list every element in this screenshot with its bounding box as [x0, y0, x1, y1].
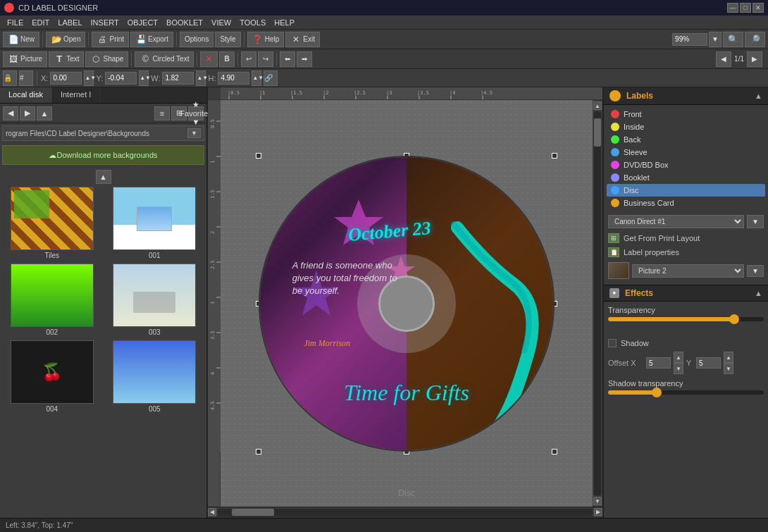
- text-button[interactable]: T Text: [49, 51, 84, 67]
- thumb-001[interactable]: 001: [106, 187, 204, 259]
- next-page-button[interactable]: ▶: [747, 51, 762, 67]
- effects-collapse[interactable]: ▲: [755, 289, 762, 297]
- zoom-in-button[interactable]: 🔎: [745, 32, 765, 47]
- thumb-004[interactable]: 🍒 004: [3, 340, 101, 413]
- zoom-out-button[interactable]: 🔍: [723, 32, 743, 47]
- label-item-front[interactable]: Front: [607, 108, 765, 120]
- shadow-thumb[interactable]: [652, 388, 662, 397]
- tab-local-disk[interactable]: Local disk: [0, 87, 52, 103]
- thumb-002[interactable]: 002: [3, 264, 101, 336]
- printer-dropdown[interactable]: ▼: [747, 215, 764, 228]
- redo-button[interactable]: ↪: [258, 51, 273, 67]
- label-item-disc[interactable]: Disc: [607, 184, 765, 197]
- label-properties-row[interactable]: 📋 Label properties: [604, 245, 768, 259]
- hscroll-left-btn[interactable]: ◀: [208, 508, 216, 516]
- offset-x-down[interactable]: ▼: [674, 363, 683, 374]
- favorites-button[interactable]: ★ Favorites ▼: [188, 106, 204, 120]
- canvas-content[interactable]: October 23 A friend is someone who gives…: [221, 100, 593, 507]
- vscroll-thumb[interactable]: [594, 118, 601, 147]
- export-button[interactable]: 💾 Export: [130, 32, 173, 47]
- scroll-down-btn[interactable]: ▼: [593, 497, 602, 505]
- y-spin[interactable]: ▲▼: [139, 70, 149, 86]
- options-button[interactable]: Options: [180, 32, 213, 47]
- new-button[interactable]: 📄 New: [3, 32, 39, 47]
- x-spin[interactable]: ▲▼: [84, 70, 94, 86]
- picture-dropdown[interactable]: ▼: [747, 265, 764, 277]
- sleeve-dot: [611, 148, 619, 156]
- nav-up-button[interactable]: ▲: [37, 106, 52, 120]
- nav-back-button[interactable]: ◀: [3, 106, 18, 120]
- prev-page-button[interactable]: ◀: [716, 51, 731, 67]
- menu-object[interactable]: OBJECT: [123, 17, 162, 28]
- scroll-up-btn[interactable]: ▲: [593, 101, 602, 110]
- menu-insert[interactable]: INSERT: [87, 17, 123, 28]
- align-left-button[interactable]: ⬅: [280, 51, 295, 67]
- h-spin[interactable]: ▲▼: [252, 70, 261, 86]
- hscroll-thumb[interactable]: [232, 509, 274, 516]
- minimize-button[interactable]: —: [727, 3, 738, 13]
- open-button[interactable]: 📂 Open: [46, 32, 85, 47]
- get-from-print-layout-row[interactable]: ⊞ Get From Print Layout: [604, 231, 768, 245]
- hscroll-right-btn[interactable]: ▶: [594, 508, 602, 516]
- exit-button[interactable]: ✕ Exit: [285, 32, 320, 47]
- label-item-dvd[interactable]: DVD/BD Box: [607, 159, 765, 171]
- shape-button[interactable]: ⬡ Shape: [85, 51, 128, 67]
- picture-button[interactable]: 🖼 Picture: [3, 51, 47, 67]
- delete-button[interactable]: ✕: [200, 51, 218, 67]
- menu-help[interactable]: HELP: [270, 17, 299, 28]
- offset-x-input[interactable]: [646, 357, 671, 369]
- offset-y-down[interactable]: ▼: [724, 363, 733, 374]
- undo-button[interactable]: ↩: [241, 51, 256, 67]
- menu-label[interactable]: LABEL: [54, 17, 86, 28]
- svg-text:|2: |2: [323, 90, 328, 96]
- menu-edit[interactable]: EDIT: [27, 17, 54, 28]
- thumb-001-img: [113, 187, 196, 250]
- nav-forward-button[interactable]: ▶: [20, 106, 35, 120]
- align-right-button[interactable]: ➡: [297, 51, 312, 67]
- x-input[interactable]: [50, 72, 82, 85]
- tab-internet[interactable]: Internet I: [52, 87, 100, 103]
- label-item-sleeve[interactable]: Sleeve: [607, 146, 765, 159]
- picture-select[interactable]: Picture 2: [632, 264, 744, 278]
- thumb-003[interactable]: 003: [106, 264, 204, 336]
- label-item-inside[interactable]: Inside: [607, 120, 765, 133]
- label-item-business-card[interactable]: Business Card: [607, 197, 765, 209]
- labels-collapse[interactable]: ▲: [755, 92, 762, 100]
- thumb-tiles[interactable]: Tiles: [3, 187, 101, 259]
- zoom-input[interactable]: [672, 33, 707, 46]
- printer-select[interactable]: Canon Direct #1: [608, 215, 744, 228]
- restore-button[interactable]: □: [740, 3, 751, 13]
- lock-aspect-button[interactable]: 🔗: [264, 70, 278, 86]
- w-input[interactable]: [162, 72, 194, 85]
- grid-button[interactable]: #: [19, 70, 33, 86]
- zoom-dropdown[interactable]: ▼: [709, 32, 721, 47]
- print-button[interactable]: 🖨 Print: [92, 32, 129, 47]
- label-item-back[interactable]: Back: [607, 133, 765, 146]
- path-input[interactable]: [6, 130, 187, 137]
- menu-tools[interactable]: TOOLS: [235, 17, 270, 28]
- offset-y-up[interactable]: ▲: [724, 352, 733, 363]
- scroll-up-button[interactable]: ▲: [96, 170, 111, 184]
- h-input[interactable]: [218, 72, 249, 85]
- label-item-booklet[interactable]: Booklet: [607, 171, 765, 184]
- circled-text-button[interactable]: © Circled Text: [135, 51, 194, 67]
- close-button[interactable]: ✕: [752, 3, 764, 13]
- style-button[interactable]: Style: [215, 32, 240, 47]
- view-list-button[interactable]: ≡: [154, 106, 170, 120]
- path-dropdown[interactable]: ▼: [187, 128, 201, 138]
- help-button[interactable]: ❓ Help: [247, 32, 285, 47]
- shadow-checkbox[interactable]: [608, 339, 617, 347]
- y-input[interactable]: [105, 72, 137, 85]
- offset-x-up[interactable]: ▲: [674, 352, 683, 363]
- vertical-scrollbar[interactable]: ▲ ▼: [593, 100, 602, 507]
- offset-y-input[interactable]: [696, 357, 721, 369]
- menu-booklet[interactable]: BOOKLET: [162, 17, 207, 28]
- bold-button[interactable]: B: [219, 51, 234, 67]
- menu-file[interactable]: FILE: [3, 17, 27, 28]
- lock-button[interactable]: 🔒: [3, 70, 17, 86]
- download-bar[interactable]: ☁ Download more backgrounds: [2, 145, 204, 165]
- w-spin[interactable]: ▲▼: [196, 70, 206, 86]
- thumb-005[interactable]: 005: [106, 340, 204, 413]
- transparency-thumb[interactable]: [729, 314, 739, 324]
- menu-view[interactable]: VIEW: [207, 17, 235, 28]
